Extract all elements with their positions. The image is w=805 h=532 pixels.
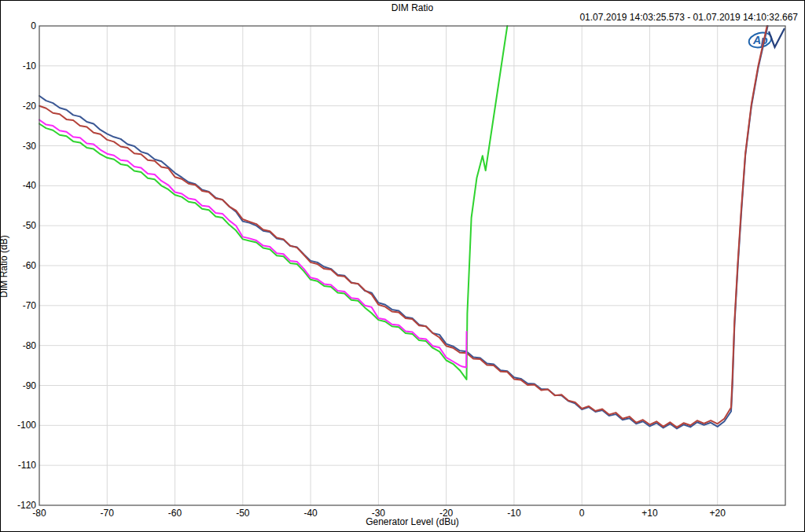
gridlines bbox=[39, 26, 785, 505]
trace-ch1-blue bbox=[39, 26, 768, 428]
x-tick-label: -10 bbox=[507, 508, 520, 519]
trace-ch2-red bbox=[39, 26, 767, 427]
y-tick-label: -80 bbox=[1, 340, 36, 351]
trace-ch3-green bbox=[39, 26, 507, 380]
y-tick-label: -60 bbox=[1, 260, 36, 271]
app-window: DIM Ratio 01.07.2019 14:03:25.573 - 01.0… bbox=[0, 0, 805, 532]
x-tick-label: +20 bbox=[710, 508, 726, 519]
plot-area[interactable] bbox=[1, 1, 805, 532]
y-tick-label: -40 bbox=[1, 180, 36, 191]
x-tick-label: -40 bbox=[303, 508, 317, 519]
y-tick-label: -110 bbox=[1, 460, 36, 471]
y-tick-label: -120 bbox=[1, 500, 36, 511]
y-tick-label: -30 bbox=[1, 141, 36, 152]
traces bbox=[39, 26, 768, 428]
x-tick-label: +10 bbox=[641, 508, 657, 519]
y-tick-label: -70 bbox=[1, 300, 36, 311]
y-tick-label: -50 bbox=[1, 220, 36, 231]
y-tick-label: 0 bbox=[1, 20, 36, 31]
y-tick-label: -10 bbox=[1, 61, 36, 72]
x-tick-label: -60 bbox=[168, 508, 182, 519]
y-tick-label: -90 bbox=[1, 380, 36, 391]
x-tick-label: 0 bbox=[579, 508, 585, 519]
x-tick-label: -20 bbox=[439, 508, 453, 519]
y-tick-label: -20 bbox=[1, 101, 36, 112]
x-tick-label: -50 bbox=[236, 508, 249, 519]
y-tick-label: -100 bbox=[1, 420, 36, 431]
x-tick-label: -30 bbox=[372, 508, 385, 519]
x-tick-label: -70 bbox=[101, 508, 114, 519]
